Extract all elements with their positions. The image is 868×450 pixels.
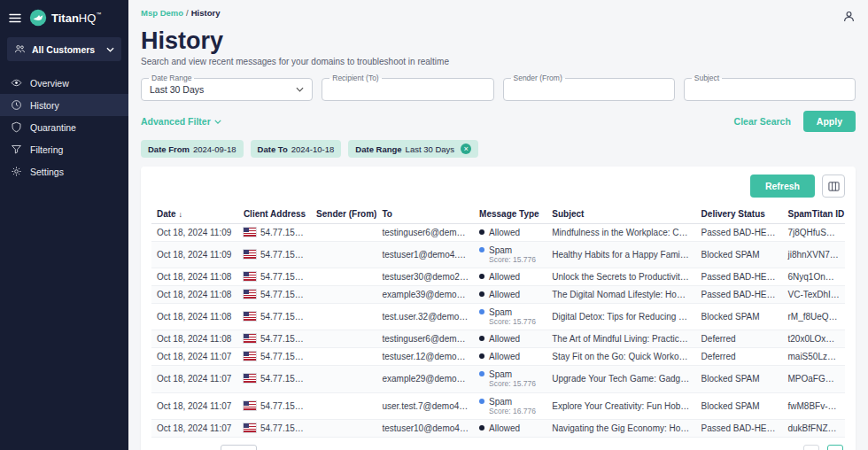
sender-input[interactable]: [512, 84, 666, 95]
spam-score: Score: 15.776: [489, 379, 541, 388]
column-header-date[interactable]: Date ↓: [151, 205, 238, 224]
cell-client-address: 54.77.158.79: [238, 224, 311, 242]
table-row[interactable]: Oct 18, 2024 11:0754.77.158.79user.test.…: [151, 392, 845, 419]
cell-sender: [311, 366, 376, 392]
table-row[interactable]: Oct 18, 2024 11:0854.77.158.79example39@…: [151, 286, 845, 304]
date-range-value: Last 30 Days: [150, 84, 296, 95]
cell-spamtitan-id: fwM8BFv-yeEN: [782, 392, 845, 419]
date-range-label: Date Range: [149, 74, 194, 82]
sidebar-nav: OverviewHistoryQuarantineFilteringSettin…: [0, 72, 128, 182]
filter-chip: Date To2024-10-18: [251, 140, 342, 158]
sidebar-item-overview[interactable]: Overview: [0, 72, 128, 94]
breadcrumb: Msp Demo/History: [141, 8, 220, 18]
cell-client-address: 54.77.158.79: [238, 348, 311, 366]
sidebar-item-label: Settings: [30, 167, 64, 177]
profile-icon[interactable]: [841, 8, 857, 27]
cell-date: Oct 18, 2024 11:07: [151, 366, 238, 392]
cell-sender: [311, 330, 376, 348]
us-flag-icon: [244, 334, 256, 343]
recipient-input[interactable]: [330, 84, 484, 95]
cell-subject: Stay Fit on the Go: Quick Workouts for B…: [546, 348, 695, 366]
table-row[interactable]: Oct 18, 2024 11:0954.77.158.79testinguse…: [151, 224, 845, 242]
column-header-sender-from-[interactable]: Sender (From): [311, 205, 376, 224]
chip-label: Date From: [148, 144, 190, 154]
table-footer: Rows per page: 10 1-10 ‹ ›: [151, 438, 845, 450]
cell-message-type: SpamScore: 16.776: [474, 392, 546, 419]
subject-input[interactable]: [693, 84, 847, 95]
message-type-dot: [479, 371, 484, 376]
column-header-subject[interactable]: Subject: [546, 205, 695, 224]
column-header-delivery-status[interactable]: Delivery Status: [696, 205, 783, 224]
table-row[interactable]: Oct 18, 2024 11:0854.77.158.79testinguse…: [151, 330, 845, 348]
content: History Search and view recent messages …: [128, 27, 868, 450]
cell-to: user.test.7@demo4.com: [376, 392, 474, 419]
columns-grid-icon: [828, 181, 840, 192]
refresh-button[interactable]: Refresh: [750, 175, 815, 198]
topbar: Msp Demo/History: [128, 0, 868, 27]
table-row[interactable]: Oct 18, 2024 11:0754.77.158.79testuser.1…: [151, 348, 845, 366]
column-header-to[interactable]: To: [376, 205, 474, 224]
sidebar-header: TitanHQ™: [0, 0, 128, 34]
menu-icon[interactable]: [9, 13, 21, 23]
table-row[interactable]: Oct 18, 2024 11:0854.77.158.79test.user.…: [151, 304, 845, 330]
people-icon: [14, 43, 26, 55]
cell-spamtitan-id: MPOaFGKsA3E: [782, 366, 845, 392]
cell-delivery-status: Blocked SPAM: [696, 392, 783, 419]
spam-score: Score: 16.776: [489, 407, 541, 415]
column-settings-button[interactable]: [822, 175, 845, 198]
sidebar-item-history[interactable]: History: [0, 94, 128, 116]
cell-spamtitan-id: t20x0LOxW9oe: [782, 330, 845, 348]
cell-to: testinguser6@demo2.com: [376, 330, 474, 348]
prev-page-button[interactable]: ‹: [803, 445, 819, 450]
cell-delivery-status: Deferred: [696, 330, 783, 348]
cell-to: example39@demo2.com: [376, 286, 474, 304]
breadcrumb-separator: /: [186, 8, 189, 18]
sidebar-item-settings[interactable]: Settings: [0, 160, 128, 182]
column-header-client-address[interactable]: Client Address: [238, 205, 311, 224]
apply-button[interactable]: Apply: [803, 111, 856, 132]
customer-selector[interactable]: All Customers: [7, 37, 121, 61]
filter-actions: Advanced Filter Clear Search Apply: [141, 111, 856, 132]
cell-client-address: 54.77.158.79: [238, 366, 311, 392]
chip-close-icon[interactable]: ×: [461, 144, 471, 154]
rows-per-page-select[interactable]: 10: [221, 445, 258, 450]
cell-date: Oct 18, 2024 11:08: [151, 330, 238, 348]
us-flag-icon: [244, 423, 256, 432]
table-row[interactable]: Oct 18, 2024 11:0854.77.158.79testuser30…: [151, 268, 845, 286]
cell-delivery-status: Blocked SPAM: [696, 366, 783, 392]
column-header-message-type[interactable]: Message Type: [474, 205, 546, 224]
cell-spamtitan-id: ji8hnXVN7gAH: [782, 242, 845, 268]
app-window: TitanHQ™ All Customers OverviewHistoryQu…: [0, 0, 868, 450]
sidebar-item-quarantine[interactable]: Quarantine: [0, 116, 128, 138]
message-type-dot: [479, 247, 484, 252]
table-actions: Refresh: [151, 175, 845, 198]
message-type-dot: [479, 229, 484, 235]
cell-subject: The Art of Mindful Living: Practical Tip…: [546, 330, 695, 348]
advanced-filter-link[interactable]: Advanced Filter: [141, 116, 221, 127]
titanhq-brand: TitanHQ™: [29, 9, 101, 27]
us-flag-icon: [244, 290, 256, 299]
sender-label: Sender (From): [511, 74, 565, 82]
clear-search-link[interactable]: Clear Search: [734, 116, 791, 127]
cell-subject: The Digital Nomad Lifestyle: How to Work…: [546, 286, 695, 304]
table-body: Oct 18, 2024 11:0954.77.158.79testinguse…: [151, 224, 845, 438]
filter-chips: Date From2024-09-18Date To2024-10-18Date…: [141, 140, 856, 158]
table-row[interactable]: Oct 18, 2024 11:0754.77.158.79example29@…: [151, 366, 845, 392]
cell-spamtitan-id: dukBfFNZoQn5: [782, 419, 845, 437]
chevron-down-icon: [296, 87, 304, 92]
us-flag-icon: [244, 228, 256, 237]
sidebar-item-filtering[interactable]: Filtering: [0, 138, 128, 160]
table-row[interactable]: Oct 18, 2024 11:0754.77.158.79testuser10…: [151, 419, 845, 437]
breadcrumb-parent-link[interactable]: Msp Demo: [141, 8, 183, 18]
sidebar-item-label: History: [30, 100, 59, 111]
cell-message-type: Allowed: [474, 419, 546, 437]
next-page-button[interactable]: ›: [827, 445, 843, 450]
breadcrumb-current: History: [191, 8, 221, 18]
cell-spamtitan-id: VC-TexDhIibg: [782, 286, 845, 304]
messages-table: Date ↓Client AddressSender (From)ToMessa…: [151, 205, 845, 438]
table-row[interactable]: Oct 18, 2024 11:0954.77.158.79testuser1@…: [151, 242, 845, 268]
chip-label: Date Range: [355, 144, 401, 154]
results-card: Refresh Date ↓Client AddressSender (From…: [141, 167, 856, 450]
date-range-select[interactable]: Date Range Last 30 Days: [141, 78, 313, 101]
column-header-spamtitan-id[interactable]: SpamTitan ID: [782, 205, 845, 224]
